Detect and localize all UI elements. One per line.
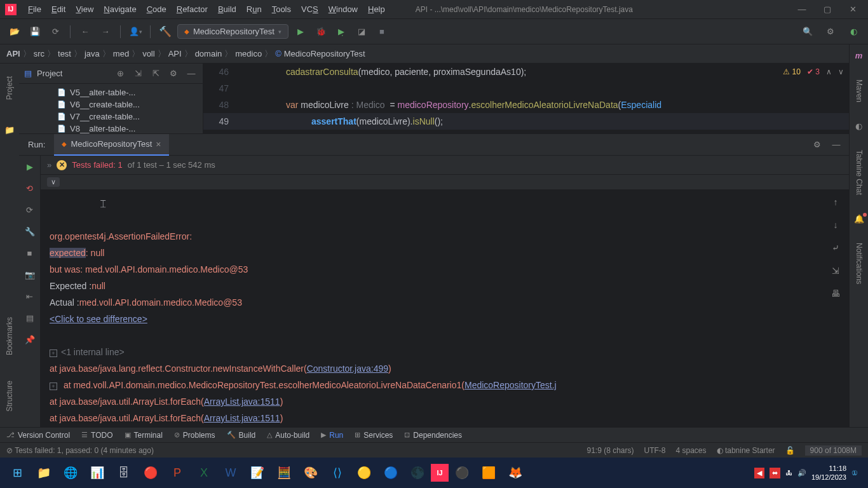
- breadcrumb-segment[interactable]: API: [168, 49, 182, 58]
- menu-view[interactable]: View: [71, 4, 98, 14]
- bottom-tool-run[interactable]: ▶Run: [321, 431, 343, 440]
- stop-icon[interactable]: ■: [374, 24, 390, 40]
- maximize-icon[interactable]: ▢: [822, 4, 832, 15]
- breadcrumb-segment[interactable]: voll: [142, 49, 155, 58]
- expand-fold-icon[interactable]: +: [50, 383, 57, 390]
- lock-icon[interactable]: 🔓: [785, 446, 795, 455]
- tree-file[interactable]: 📄V5__alter-table-...: [19, 86, 203, 98]
- gear-icon[interactable]: ⚙: [167, 67, 180, 79]
- open-icon[interactable]: 📂: [6, 24, 23, 40]
- print-icon[interactable]: 🖶: [829, 287, 843, 301]
- vscode-icon[interactable]: ⟨⟩: [324, 459, 351, 486]
- menu-navigate[interactable]: Navigate: [98, 4, 141, 14]
- tree-file[interactable]: 📄V8__alter-table-...: [19, 123, 203, 133]
- test-console[interactable]: ↑ ↓ ⤶ ⇲ 🖶 ⌶ org.opentest4j.AssertionFail…: [41, 190, 849, 431]
- breadcrumb-segment[interactable]: API: [6, 49, 20, 58]
- bottom-tool-problems[interactable]: ⊘Problems: [174, 431, 215, 440]
- tabnine-logo-icon[interactable]: ◐: [845, 24, 862, 40]
- volume-icon[interactable]: 🔊: [797, 469, 806, 477]
- powerpoint-icon[interactable]: P: [164, 459, 191, 486]
- bottom-tool-services[interactable]: ⊞Services: [355, 431, 393, 440]
- tree-file[interactable]: 📄V6__create-table...: [19, 98, 203, 111]
- app-icon[interactable]: 🔴: [137, 459, 164, 486]
- menu-help[interactable]: Help: [363, 4, 390, 14]
- expand-all-icon[interactable]: ⇲: [132, 67, 144, 79]
- soft-wrap-icon[interactable]: ⤶: [829, 241, 843, 255]
- close-icon[interactable]: ✕: [848, 4, 858, 15]
- see-difference-link[interactable]: <Click to see difference>: [50, 314, 147, 324]
- pin-icon[interactable]: 📌: [23, 332, 37, 346]
- coverage-icon[interactable]: ▶̣: [333, 24, 349, 40]
- notifications-tool-button[interactable]: Notifications: [855, 243, 864, 284]
- menu-vcs[interactable]: VCS: [296, 4, 323, 14]
- menu-edit[interactable]: Edit: [46, 4, 71, 14]
- wrench-icon[interactable]: 🔧: [23, 224, 37, 238]
- hide-icon[interactable]: —: [185, 67, 198, 79]
- tray-icon[interactable]: 🖧: [785, 469, 792, 477]
- word-icon[interactable]: W: [217, 459, 244, 486]
- paint-icon[interactable]: 🎨: [297, 459, 324, 486]
- structure-tool-button[interactable]: Structure: [5, 381, 14, 412]
- bottom-tool-version-control[interactable]: ⎇Version Control: [6, 431, 70, 440]
- memory-indicator[interactable]: 900 of 1008M: [805, 445, 862, 456]
- select-opened-file-icon[interactable]: ⊕: [114, 67, 126, 79]
- eclipse-icon[interactable]: 🌑: [404, 459, 431, 486]
- maven-icon[interactable]: m: [855, 51, 863, 60]
- toggle-autotest-icon[interactable]: ⟳: [23, 203, 37, 217]
- forward-icon[interactable]: →: [97, 24, 114, 40]
- bookmarks-tool-button[interactable]: Bookmarks: [5, 317, 14, 355]
- tree-file[interactable]: 📄V7__create-table...: [19, 111, 203, 123]
- caret-position[interactable]: 91:9 (8 chars): [587, 446, 634, 455]
- code-editor[interactable]: ⚠ 10 ✔ 3 ∧ ∨ ⋮ 46 47 48 49 cadastrarCons…: [203, 64, 868, 133]
- save-all-icon[interactable]: 💾: [27, 24, 43, 40]
- rerun-failed-icon[interactable]: ⟲: [23, 181, 37, 195]
- errors-badge[interactable]: ✔ 3: [807, 67, 820, 76]
- menu-tools[interactable]: Tools: [267, 4, 296, 14]
- search-icon[interactable]: 🔍: [799, 24, 816, 40]
- settings-icon[interactable]: ⚙: [822, 24, 839, 40]
- calculator-icon[interactable]: 🧮: [271, 459, 297, 486]
- app-icon[interactable]: 🔵: [377, 459, 404, 486]
- scroll-down-icon[interactable]: ↓: [829, 218, 843, 232]
- app-icon[interactable]: 🟧: [475, 459, 502, 486]
- notification-center-icon[interactable]: ①: [851, 469, 858, 477]
- run-configuration-selector[interactable]: ◆ MedicoRepositoryTest ▾: [177, 24, 288, 39]
- exit-icon[interactable]: ⇤: [23, 289, 37, 303]
- run-hide-icon[interactable]: —: [830, 139, 843, 151]
- collapse-all-icon[interactable]: ⇱: [149, 67, 162, 79]
- explorer-icon[interactable]: 📁: [31, 459, 57, 486]
- stacktrace-link[interactable]: ArrayList.java:1511: [204, 413, 280, 423]
- breadcrumb-segment[interactable]: domain: [195, 49, 222, 58]
- tabnine-status[interactable]: ◐ tabnine Starter: [717, 446, 775, 455]
- build-icon[interactable]: 🔨: [157, 24, 173, 40]
- stop-run-icon[interactable]: ■: [23, 246, 37, 260]
- tabnine-icon[interactable]: ◐: [855, 121, 862, 131]
- scroll-to-end-icon[interactable]: ⇲: [829, 264, 843, 278]
- stacktrace-link[interactable]: MedicoRepositoryTest.j: [465, 380, 557, 390]
- back-icon[interactable]: ←: [77, 24, 93, 40]
- notepad-icon[interactable]: 📝: [244, 459, 271, 486]
- file-encoding[interactable]: UTF-8: [644, 446, 666, 455]
- stacktrace-link[interactable]: ArrayList.java:1511: [204, 396, 280, 407]
- collapse-icon[interactable]: »: [47, 160, 51, 170]
- debug-icon[interactable]: 🐞: [313, 24, 329, 40]
- menu-refactor[interactable]: Refactor: [172, 4, 213, 14]
- breadcrumb-segment[interactable]: test: [58, 49, 71, 58]
- menu-code[interactable]: Code: [142, 4, 172, 14]
- breadcrumb-segment[interactable]: medico: [235, 49, 262, 58]
- intellij-taskbar-icon[interactable]: IJ: [431, 464, 449, 482]
- indent-setting[interactable]: 4 spaces: [676, 446, 707, 455]
- project-tool-button[interactable]: Project: [5, 76, 14, 100]
- layout-icon[interactable]: ▤: [23, 311, 37, 325]
- rerun-icon[interactable]: ▶: [23, 159, 37, 173]
- app-icon[interactable]: 📊: [84, 459, 111, 486]
- chevron-down-icon[interactable]: ∨: [47, 177, 60, 187]
- app-icon[interactable]: ⚫: [449, 459, 475, 486]
- dump-threads-icon[interactable]: 📷: [23, 268, 37, 281]
- menu-file[interactable]: File: [23, 4, 46, 14]
- run-settings-icon[interactable]: ⚙: [811, 139, 824, 151]
- menu-window[interactable]: Window: [323, 4, 363, 14]
- breadcrumb-segment[interactable]: MedicoRepositoryTest: [284, 49, 365, 58]
- excel-icon[interactable]: X: [191, 459, 217, 486]
- tabnine-chat-button[interactable]: Tabnine Chat: [855, 150, 864, 195]
